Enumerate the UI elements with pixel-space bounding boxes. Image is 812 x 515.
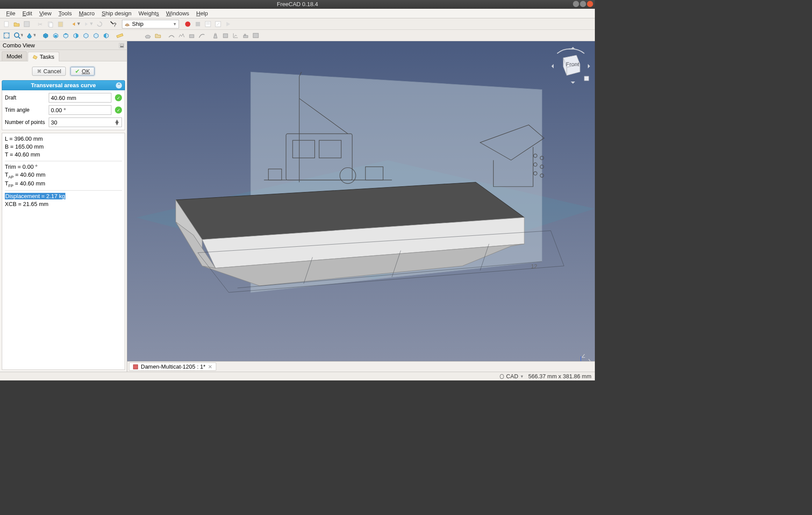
menu-weights[interactable]: Weights <box>135 9 163 18</box>
whats-this-icon[interactable]: ? <box>108 19 118 29</box>
undo-icon[interactable]: ▾ <box>69 19 82 29</box>
points-label: Number of points <box>5 119 47 125</box>
macro-stop-icon[interactable] <box>193 19 203 29</box>
results-box: L = 396.00 mm B = 165.00 mm T = 40.60 mm… <box>2 133 125 370</box>
points-input[interactable]: 30 ▲▼ <box>49 117 122 127</box>
ship-hydro-icon[interactable] <box>187 31 197 40</box>
draw-style-icon[interactable]: ▾ <box>25 31 37 40</box>
status-bar: CAD ▼ 566.37 mm x 381.86 mm <box>0 372 595 380</box>
task-panel-header[interactable]: Transversal areas curve ⌃ <box>2 80 125 90</box>
svg-point-16 <box>14 33 19 37</box>
rear-view-icon[interactable] <box>81 31 91 40</box>
sidebar-pin-icon[interactable]: ⬓ <box>119 43 124 48</box>
menu-shipdesign[interactable]: Ship design <box>98 9 135 18</box>
left-view-icon[interactable] <box>101 31 111 40</box>
measure-icon[interactable] <box>115 31 125 40</box>
svg-rect-20 <box>54 35 57 37</box>
menu-view[interactable]: View <box>36 9 55 18</box>
collapse-icon[interactable]: ⌃ <box>116 82 122 89</box>
document-tab[interactable]: Damen-Multicat-1205 : 1* ✕ <box>129 362 216 371</box>
3d-viewport[interactable]: 12 Front <box>127 41 595 372</box>
load-condition-icon[interactable] <box>241 31 250 40</box>
front-view-icon[interactable] <box>51 31 61 40</box>
menu-bar: File Edit View Tools Macro Ship design W… <box>0 9 595 18</box>
result-draft: T = 40.60 mm <box>5 151 122 159</box>
svg-rect-10 <box>196 22 200 26</box>
workbench-selector[interactable]: Ship ▼ <box>122 20 179 28</box>
draft-input[interactable]: 40.60 mm <box>49 93 111 103</box>
window-maximize-button[interactable] <box>580 1 586 7</box>
points-spinner[interactable]: ▲▼ <box>114 120 120 125</box>
paste-icon[interactable] <box>56 19 65 29</box>
fit-selection-icon[interactable]: ▾ <box>12 31 24 40</box>
result-length: L = 396.00 mm <box>5 135 122 143</box>
ship-load-example-icon[interactable] <box>143 31 153 40</box>
document-tab-bar: Damen-Multicat-1205 : 1* ✕ <box>127 361 595 372</box>
result-displacement: Displacement = 2.17 kg <box>5 192 122 200</box>
svg-point-9 <box>185 21 190 27</box>
cancel-button[interactable]: ✖ Cancel <box>32 67 66 76</box>
svg-rect-25 <box>243 36 248 38</box>
fit-all-icon[interactable] <box>2 31 11 40</box>
svg-text:?: ? <box>113 21 116 28</box>
nav-style-selector[interactable]: CAD ▼ <box>499 373 524 380</box>
ok-icon: ✔ <box>75 68 80 75</box>
menu-macro[interactable]: Macro <box>75 9 98 18</box>
ship-create-icon[interactable] <box>153 31 163 40</box>
trim-valid-icon: ✓ <box>115 107 122 114</box>
refresh-icon[interactable] <box>95 19 104 29</box>
mouse-icon <box>499 374 504 379</box>
new-doc-icon[interactable] <box>2 19 11 29</box>
copy-icon[interactable] <box>46 19 55 29</box>
result-trim: Trim = 0.00 ° <box>5 163 122 171</box>
bottom-view-icon[interactable] <box>91 31 101 40</box>
open-doc-icon[interactable] <box>12 19 21 29</box>
menu-edit[interactable]: Edit <box>19 9 36 18</box>
svg-rect-22 <box>190 35 194 38</box>
macro-list-icon[interactable] <box>203 19 213 29</box>
draft-label: Draft <box>5 95 47 101</box>
capacity-icon[interactable] <box>231 31 240 40</box>
trim-input[interactable]: 0.00 ° <box>49 105 111 115</box>
navigation-cube[interactable]: Front <box>551 46 590 85</box>
menu-file[interactable]: File <box>3 9 19 18</box>
top-view-icon[interactable] <box>61 31 71 40</box>
iso-view-icon[interactable] <box>41 31 50 40</box>
combo-view-sidebar: Combo View ⬓ Model Tasks ✖ Cancel ✔ OK <box>0 41 127 372</box>
trim-label: Trim angle <box>5 107 47 113</box>
menu-windows[interactable]: Windows <box>163 9 193 18</box>
ship-outline-icon[interactable] <box>167 31 176 40</box>
svg-text:▾: ▾ <box>21 32 23 38</box>
tab-model[interactable]: Model <box>2 51 27 61</box>
window-minimize-button[interactable] <box>573 1 579 7</box>
toolbar-file: ✂ ▾ ▾ ? Ship ▼ <box>0 18 595 30</box>
macro-record-icon[interactable] <box>183 19 193 29</box>
tab-tasks[interactable]: Tasks <box>28 52 59 61</box>
sidebar-title: Combo View ⬓ <box>0 41 127 50</box>
svg-rect-1 <box>24 21 29 27</box>
menu-help[interactable]: Help <box>193 9 211 18</box>
macro-play-icon[interactable] <box>223 19 233 29</box>
redo-icon[interactable]: ▾ <box>82 19 94 29</box>
gz-icon[interactable] <box>251 31 261 40</box>
svg-text:Z: Z <box>582 354 585 359</box>
save-doc-icon[interactable] <box>22 19 32 29</box>
tank-icon[interactable] <box>221 31 230 40</box>
right-view-icon[interactable] <box>71 31 81 40</box>
ok-button[interactable]: ✔ OK <box>70 67 95 76</box>
macro-edit-icon[interactable] <box>213 19 223 29</box>
cut-icon[interactable]: ✂ <box>36 19 45 29</box>
tasks-tab-icon <box>32 54 38 60</box>
result-tfp: TFP = 40.60 mm <box>5 180 122 188</box>
menu-tools[interactable]: Tools <box>55 9 75 18</box>
svg-rect-27 <box>253 33 258 38</box>
svg-rect-69 <box>500 374 504 379</box>
svg-rect-0 <box>4 21 8 27</box>
ship-areas-icon[interactable] <box>177 31 186 40</box>
weight-icon[interactable] <box>211 31 220 40</box>
close-tab-icon[interactable]: ✕ <box>208 364 212 370</box>
status-coordinates: 566.37 mm x 381.86 mm <box>528 373 591 380</box>
window-close-button[interactable] <box>587 1 593 7</box>
svg-line-17 <box>18 37 20 39</box>
ship-curve-icon[interactable] <box>197 31 207 40</box>
